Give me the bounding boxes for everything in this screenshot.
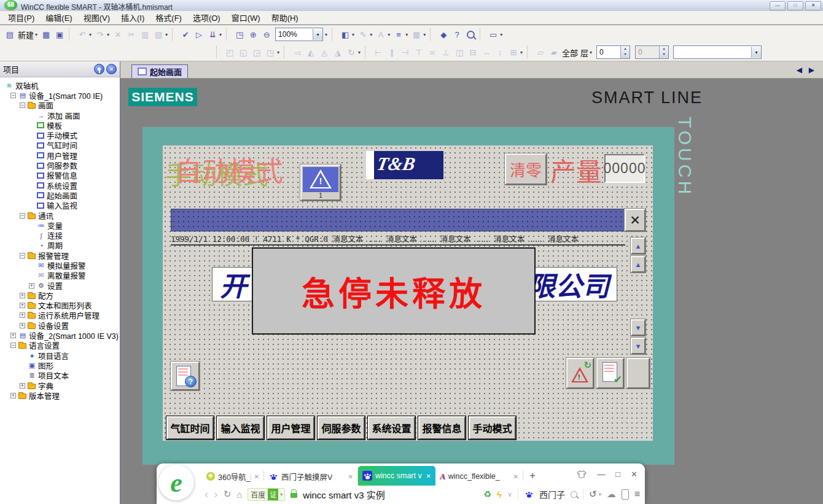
layer-dropdown-icon[interactable]: ▾ [590,50,592,55]
spinner-arrows-icon[interactable] [620,46,630,58]
expand-icon[interactable]: ∨ [507,490,512,498]
alarm-edit-button[interactable] [626,358,650,389]
send-backward-icon[interactable]: ◳ [264,46,276,58]
font-color-dropdown-icon[interactable]: ▾ [388,32,390,37]
expand-icon[interactable]: + [10,333,16,338]
browser-tab-2[interactable]: wincc smart v✕ [358,466,435,486]
rotate-left-icon[interactable]: ◬ [318,46,330,58]
production-value-field[interactable]: 00000 [604,154,645,183]
mobile-icon[interactable] [622,489,629,500]
tree-item[interactable]: +⚙设置 [0,281,120,290]
same-size-icon[interactable]: ⊞ [507,46,520,58]
menu-item-4[interactable]: 格式(F) [150,10,187,25]
same-width-icon[interactable]: ↔ [480,46,493,58]
browser-minimize-button[interactable]: — [597,470,605,479]
expand-icon[interactable]: + [20,293,25,298]
collapse-icon[interactable]: − [20,253,25,258]
collapse-icon[interactable]: − [20,213,25,219]
object-selector-combobox[interactable]: ▾ [673,45,762,59]
tree-item[interactable]: 模板 [0,120,120,130]
company-logo[interactable]: T&B [366,151,443,179]
browser-menu-icon[interactable]: ≡ [634,489,640,500]
send-to-back-icon[interactable]: ◱ [237,46,249,58]
tree-item[interactable]: +版本管理 [0,390,120,400]
reset-counter-button[interactable]: 清零 [505,153,547,185]
window-layout-icon[interactable]: ▭ [487,28,499,41]
alarm-scroll-down-button[interactable]: ▼ [631,319,646,336]
expand-icon[interactable]: + [20,312,25,318]
expand-icon[interactable]: + [20,383,25,389]
screen-nav-button-2[interactable]: 用户管理 [267,416,314,440]
collapse-icon[interactable]: − [20,103,25,108]
search-input[interactable]: 西门子 [539,488,565,500]
align-bottom-icon[interactable]: ⊥ [440,46,452,58]
center-horizontally-icon[interactable]: ◫ [453,46,466,58]
undo-dropdown-icon[interactable]: ▾ [599,492,601,497]
screen-nav-button-6[interactable]: 手动模式 [469,416,516,440]
baidu-search-icon[interactable] [524,489,534,499]
tree-item[interactable]: 起始画面 [0,190,120,200]
expand-icon[interactable]: + [20,323,25,328]
tree-item[interactable]: ✉离散量报警 [0,271,120,281]
tree-item[interactable]: →添加 画面 [0,110,120,120]
home-icon[interactable]: ⌂ [236,489,242,500]
alarm-window-titlebar[interactable] [171,209,625,231]
layer-number-2-spinner[interactable]: 0 [635,45,669,59]
tree-item[interactable]: 手动模式 [0,130,120,140]
align-right-icon[interactable]: ⊣ [399,46,412,58]
collapse-icon[interactable]: − [10,343,16,348]
search-magnifier-icon[interactable] [571,491,577,498]
help-book-icon[interactable]: ◆ [437,28,450,41]
dropdown-arrow-icon[interactable]: ▾ [313,29,322,40]
bring-forward-icon[interactable]: ◲ [251,46,263,58]
save-project-icon[interactable]: ▣ [53,28,66,41]
alarm-indicator-button[interactable]: 1 [300,165,341,201]
menu-item-3[interactable]: 插入(I) [115,10,150,25]
window-layout-dropdown-icon[interactable]: ▾ [500,32,502,37]
tree-item[interactable]: ✉模拟量报警 [0,260,120,270]
tree-item[interactable]: +运行系统用户管理 [0,311,120,320]
new-project-icon[interactable]: ▤ [4,28,16,41]
tab-close-icon[interactable]: ✕ [426,473,431,479]
move-layer-down-icon[interactable]: ▰ [548,46,560,58]
tree-item[interactable]: 输入监视 [0,201,120,211]
spinner-arrows-icon[interactable] [659,46,668,58]
menu-item-2[interactable]: 视图(V) [78,10,115,25]
back-button[interactable]: ‹ [205,488,208,500]
fill-color-dropdown-icon[interactable]: ▾ [352,32,354,37]
copy-icon[interactable]: ▥ [139,28,151,41]
cloud-sync-icon[interactable]: ☁ [607,489,616,500]
zoom-in-icon[interactable]: ⊕ [247,28,259,41]
open-project-icon[interactable]: ▦ [40,28,52,41]
tree-item[interactable]: +设备设置 [0,320,120,330]
alarm-confirm-button[interactable] [596,358,624,389]
tree-item[interactable]: ◔周期 [0,241,120,250]
expand-icon[interactable]: + [10,393,16,398]
site-verify-badge[interactable]: 百度 证 ▾ [248,488,285,501]
forward-button[interactable]: › [214,488,217,500]
line-style-icon[interactable]: ≡ [392,28,405,41]
dropdown-arrow-icon[interactable]: ▾ [751,47,761,58]
tab-start-screen[interactable]: 起始画面 [131,64,188,78]
tree-item[interactable]: +字典 [0,381,120,390]
tab-close-icon[interactable]: ✕ [513,473,518,480]
rotate-icon[interactable]: ↻ [345,46,357,58]
close-button[interactable]: ✕ [805,1,821,10]
cut-icon[interactable]: ✂ [125,28,138,41]
tree-item[interactable]: ∫连接 [0,230,120,240]
menu-item-1[interactable]: 编辑(E) [40,10,77,25]
zoom-level-dropdown-icon[interactable]: ▾ [325,32,327,37]
pen-color-dropdown-icon[interactable]: ▾ [370,32,372,37]
alarm-scroll-bottom-button[interactable]: ▼ [631,338,646,354]
panel-close-button[interactable]: ✕ [106,64,117,74]
pin-button[interactable] [94,64,104,74]
paste-dropdown-icon[interactable]: ▾ [165,32,168,37]
tree-item[interactable]: −通讯 [0,211,120,220]
collapse-icon[interactable]: − [10,93,16,98]
menu-item-6[interactable]: 窗口(W) [226,10,266,25]
tree-item[interactable]: 报警信息 [0,171,120,180]
layer-number-spinner[interactable]: 0 [596,45,630,59]
transfer-dropdown-icon[interactable]: ▾ [219,32,222,37]
zoom-out-icon[interactable]: ⊖ [260,28,273,41]
browser-close-button[interactable]: ✕ [631,470,638,479]
